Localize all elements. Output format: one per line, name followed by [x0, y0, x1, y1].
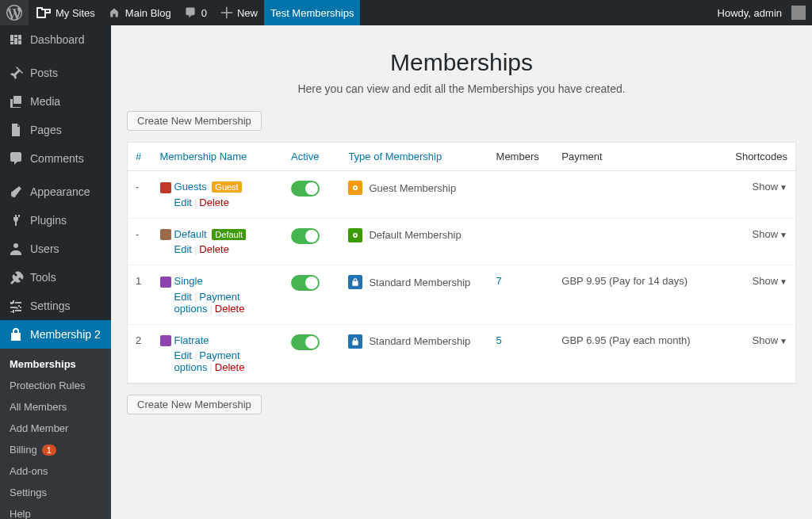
row-shortcodes: Show▼ — [718, 171, 795, 219]
table-row: -Default DefaultEdit|DeleteDefault Membe… — [128, 218, 796, 265]
comments-link[interactable]: 0 — [178, 0, 213, 25]
submenu-addmember[interactable]: Add Member — [0, 418, 111, 439]
avatar-icon — [791, 6, 806, 20]
sidebar-comments[interactable]: Comments — [0, 144, 111, 173]
row-num: 1 — [128, 265, 152, 325]
membership-name-link[interactable]: Single — [174, 275, 203, 287]
members-link[interactable]: 7 — [496, 275, 502, 287]
type-label: Standard Membership — [369, 335, 470, 347]
col-type[interactable]: Type of Membership — [340, 143, 488, 171]
row-active — [283, 218, 340, 265]
row-shortcodes: Show▼ — [718, 218, 795, 265]
users-icon — [8, 241, 24, 257]
create-membership-button-bottom[interactable]: Create New Membership — [127, 395, 262, 414]
sidebar-pages[interactable]: Pages — [0, 116, 111, 144]
type-icon — [348, 181, 362, 195]
howdy-account[interactable]: Howdy, admin — [711, 0, 812, 25]
show-button[interactable]: Show▼ — [753, 334, 787, 346]
active-toggle[interactable] — [291, 275, 320, 291]
delete-link[interactable]: Delete — [199, 197, 229, 208]
active-toggle[interactable] — [291, 334, 320, 350]
color-swatch — [160, 182, 171, 193]
delete-link[interactable]: Delete — [199, 243, 229, 255]
membership-name-link[interactable]: Default — [174, 228, 207, 240]
comment-icon — [8, 151, 24, 166]
table-row: -Guests GuestEdit|DeleteGuest Membership… — [128, 171, 796, 219]
active-toggle[interactable] — [291, 228, 320, 244]
pin-icon — [8, 65, 24, 81]
submenu-allmembers[interactable]: All Members — [0, 396, 111, 418]
col-name[interactable]: Membership Name — [152, 143, 283, 171]
row-members: 5 — [488, 324, 554, 384]
active-toggle[interactable] — [291, 181, 320, 197]
edit-link[interactable]: Edit — [174, 291, 192, 303]
row-payment: GBP 9.95 (Pay for 14 days) — [553, 265, 718, 325]
row-payment: GBP 6.95 (Pay each month) — [553, 324, 718, 384]
submenu-protection[interactable]: Protection Rules — [0, 375, 111, 396]
delete-link[interactable]: Delete — [215, 361, 245, 373]
row-type: Guest Membership — [340, 171, 488, 219]
members-link[interactable]: 5 — [496, 334, 502, 346]
create-membership-button-top[interactable]: Create New Membership — [127, 111, 262, 131]
row-num: - — [128, 171, 152, 219]
show-button[interactable]: Show▼ — [753, 275, 787, 287]
sliders-icon — [8, 298, 24, 314]
row-shortcodes: Show▼ — [718, 265, 795, 325]
sidebar-users[interactable]: Users — [0, 235, 111, 263]
sidebar-settings[interactable]: Settings — [0, 292, 111, 320]
row-actions: Edit|Delete — [174, 243, 275, 255]
show-button[interactable]: Show▼ — [753, 228, 787, 240]
submenu-memberships[interactable]: Memberships — [0, 353, 111, 375]
caret-down-icon: ▼ — [779, 337, 787, 345]
submenu-help[interactable]: Help — [0, 503, 111, 519]
memberships-table: # Membership Name Active Type of Members… — [127, 142, 796, 384]
membership-submenu: Memberships Protection Rules All Members… — [0, 349, 111, 519]
row-type: Default Membership — [340, 218, 488, 265]
submenu-addons[interactable]: Add-ons — [0, 460, 111, 482]
sidebar-membership2[interactable]: Membership 2 — [0, 320, 111, 349]
color-swatch — [160, 229, 171, 240]
my-sites-link[interactable]: My Sites — [29, 0, 102, 25]
main-blog-link[interactable]: Main Blog — [102, 0, 178, 25]
table-row: 1Single Edit|Payment options|DeleteStand… — [128, 265, 796, 325]
sidebar-dashboard[interactable]: Dashboard — [0, 25, 111, 54]
sidebar-tools[interactable]: Tools — [0, 263, 111, 292]
delete-link[interactable]: Delete — [215, 303, 245, 315]
submenu-billing[interactable]: Billing 1 — [0, 439, 111, 460]
row-name-cell: Flatrate Edit|Payment options|Delete — [152, 324, 283, 384]
caret-down-icon: ▼ — [779, 231, 787, 239]
edit-link[interactable]: Edit — [174, 243, 192, 255]
row-shortcodes: Show▼ — [718, 324, 795, 384]
row-type: Standard Membership — [340, 265, 488, 325]
new-link[interactable]: New — [213, 0, 264, 25]
color-swatch — [160, 277, 171, 288]
col-members: Members — [488, 143, 554, 171]
col-num[interactable]: # — [128, 143, 152, 171]
admin-toolbar: My Sites Main Blog 0 New Test Membership… — [0, 0, 812, 25]
row-active — [283, 171, 340, 219]
sidebar-plugins[interactable]: Plugins — [0, 206, 111, 235]
col-active[interactable]: Active — [283, 143, 340, 171]
caret-down-icon: ▼ — [779, 277, 787, 286]
edit-link[interactable]: Edit — [174, 197, 192, 208]
row-actions: Edit|Payment options|Delete — [174, 349, 275, 373]
membership-name-link[interactable]: Flatrate — [174, 334, 209, 346]
show-button[interactable]: Show▼ — [753, 181, 787, 193]
submenu-settings[interactable]: Settings — [0, 482, 111, 503]
plug-icon — [8, 212, 24, 228]
sidebar-appearance[interactable]: Appearance — [0, 177, 111, 206]
wp-logo[interactable] — [0, 0, 29, 25]
default-badge: Default — [212, 229, 246, 240]
membership-name-link[interactable]: Guests — [174, 181, 207, 193]
main-content: Memberships Here you can view and edit a… — [111, 25, 812, 519]
col-shortcodes: Shortcodes — [718, 143, 795, 171]
color-swatch — [160, 335, 171, 346]
type-icon — [348, 228, 362, 242]
table-row: 2Flatrate Edit|Payment options|DeleteSta… — [128, 324, 796, 384]
sidebar-media[interactable]: Media — [0, 87, 111, 116]
test-memberships-link[interactable]: Test Memberships — [264, 0, 360, 25]
media-icon — [8, 93, 24, 109]
edit-link[interactable]: Edit — [174, 349, 192, 361]
sidebar-posts[interactable]: Posts — [0, 59, 111, 87]
guest-badge: Guest — [212, 181, 241, 193]
